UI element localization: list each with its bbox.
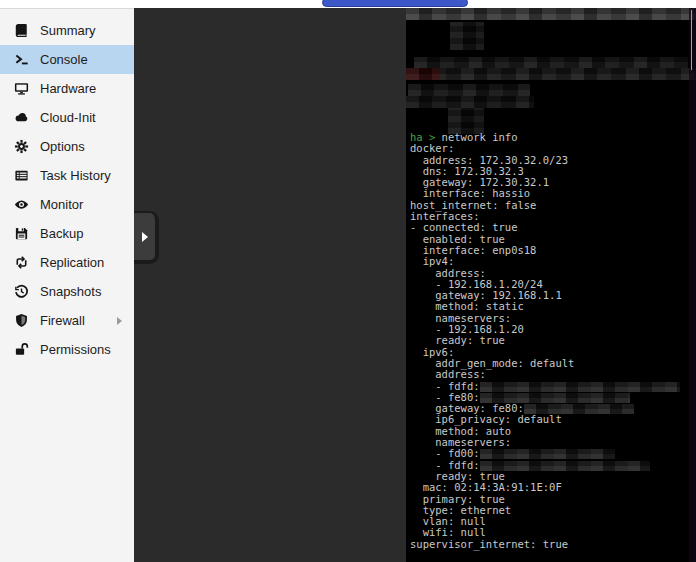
app-window: Summary Console Hardware Cloud-Init Opti… xyxy=(0,0,696,562)
sidebar-item-label: Backup xyxy=(40,226,83,241)
chevron-right-icon xyxy=(117,317,122,325)
terminal-text: - 192.168.1.20 xyxy=(410,323,524,335)
sidebar-collapse-handle[interactable] xyxy=(134,211,159,264)
terminal-text: - fe80: xyxy=(410,391,480,403)
terminal-text: - 192.168.1.20/24 xyxy=(410,278,543,290)
redacted-title-bar xyxy=(406,8,696,20)
terminal-text: vlan: null xyxy=(410,515,486,527)
redacted-block xyxy=(408,84,530,96)
sidebar-item-firewall[interactable]: Firewall xyxy=(0,306,134,335)
sidebar-item-monitor[interactable]: Monitor xyxy=(0,190,134,219)
redacted-block xyxy=(406,96,534,108)
terminal-text: ipv6: xyxy=(410,346,454,358)
terminal-text: addr_gen_mode: default xyxy=(410,357,574,369)
redacted-block xyxy=(414,57,688,68)
sidebar-item-label: Permissions xyxy=(40,342,111,357)
history-icon xyxy=(13,284,30,300)
terminal-text: nameservers: xyxy=(410,312,511,324)
terminal-text: wifi: null xyxy=(410,526,486,538)
terminal-text: address: xyxy=(410,368,486,380)
redacted-text xyxy=(480,461,650,471)
terminal-text: dns: 172.30.32.3 xyxy=(410,165,524,177)
sidebar-item-summary[interactable]: Summary xyxy=(0,16,134,45)
sidebar-item-backup[interactable]: Backup xyxy=(0,219,134,248)
terminal-text: supervisor_internet: true xyxy=(410,538,568,550)
sidebar-item-snapshots[interactable]: Snapshots xyxy=(0,277,134,306)
scrollbar-sliver xyxy=(691,10,692,70)
redacted-text xyxy=(480,382,680,392)
terminal-line: supervisor_internet: true xyxy=(410,539,688,550)
terminal-text: ready: true xyxy=(410,470,505,482)
terminal-text: gateway: 172.30.32.1 xyxy=(410,176,549,188)
gear-icon xyxy=(13,139,30,155)
redacted-block xyxy=(450,22,484,50)
display-icon xyxy=(13,81,30,97)
terminal-prompt: ha > xyxy=(410,131,442,143)
sidebar-item-permissions[interactable]: Permissions xyxy=(0,335,134,364)
terminal-text: ip6_privacy: default xyxy=(410,413,562,425)
unlock-icon xyxy=(13,342,30,358)
console-terminal[interactable]: ha > network infodocker: address: 172.30… xyxy=(406,6,696,562)
terminal-text: method: static xyxy=(410,300,524,312)
sidebar-item-label: Console xyxy=(40,52,88,67)
terminal-text: mac: 02:14:3A:91:1E:0F xyxy=(410,481,562,493)
terminal-text: - fdfd: xyxy=(410,459,480,471)
sidebar-item-label: Replication xyxy=(40,255,104,270)
terminal-text: method: auto xyxy=(410,425,511,437)
sidebar-item-options[interactable]: Options xyxy=(0,132,134,161)
sidebar-item-hardware[interactable]: Hardware xyxy=(0,74,134,103)
redacted-block xyxy=(406,68,696,80)
chevron-right-icon xyxy=(142,232,148,242)
terminal-text: enabled: true xyxy=(410,233,505,245)
list-icon xyxy=(13,168,30,184)
terminal-text: type: ethernet xyxy=(410,504,511,516)
cloud-icon xyxy=(13,110,30,126)
terminal-text: interface: enp0s18 xyxy=(410,244,536,256)
terminal-output: ha > network infodocker: address: 172.30… xyxy=(410,132,688,550)
terminal-text: docker: xyxy=(410,142,454,154)
terminal-text: primary: true xyxy=(410,493,505,505)
sidebar-item-task-history[interactable]: Task History xyxy=(0,161,134,190)
sidebar-item-cloud-init[interactable]: Cloud-Init xyxy=(0,103,134,132)
top-strip xyxy=(0,0,696,8)
sidebar-item-label: Cloud-Init xyxy=(40,110,96,125)
terminal-text: ipv4: xyxy=(410,255,454,267)
eye-icon xyxy=(13,197,30,213)
terminal-text: interfaces: xyxy=(410,210,480,222)
sidebar-item-console[interactable]: Console xyxy=(0,45,134,74)
terminal-text: address: xyxy=(410,267,486,279)
active-tab-indicator[interactable] xyxy=(322,0,468,7)
terminal-text: network info xyxy=(442,131,518,143)
terminal-text: - connected: true xyxy=(410,221,517,233)
sidebar-item-label: Task History xyxy=(40,168,111,183)
terminal-text: - fdfd: xyxy=(410,380,480,392)
shield-icon xyxy=(13,313,30,329)
sidebar: Summary Console Hardware Cloud-Init Opti… xyxy=(0,8,134,562)
terminal-text: gateway: fe80: xyxy=(410,402,524,414)
sidebar-item-label: Monitor xyxy=(40,197,83,212)
book-icon xyxy=(13,23,30,39)
terminal-text: ready: true xyxy=(410,334,505,346)
sidebar-item-label: Options xyxy=(40,139,85,154)
sidebar-item-label: Snapshots xyxy=(40,284,101,299)
terminal-text: host_internet: false xyxy=(410,199,536,211)
terminal-icon xyxy=(13,52,30,68)
window-edge xyxy=(689,8,696,562)
sidebar-item-label: Summary xyxy=(40,23,96,38)
redacted-text xyxy=(480,449,615,459)
floppy-disk-icon xyxy=(13,226,30,242)
sidebar-item-label: Firewall xyxy=(40,313,85,328)
terminal-text: - fd00: xyxy=(410,447,480,459)
replication-arrows-icon xyxy=(13,255,30,271)
sidebar-item-label: Hardware xyxy=(40,81,96,96)
terminal-text: nameservers: xyxy=(410,436,511,448)
terminal-text: gateway: 192.168.1.1 xyxy=(410,289,562,301)
sidebar-item-replication[interactable]: Replication xyxy=(0,248,134,277)
terminal-text: interface: hassio xyxy=(410,187,530,199)
sidebar-nav: Summary Console Hardware Cloud-Init Opti… xyxy=(0,16,134,364)
terminal-text: address: 172.30.32.0/23 xyxy=(410,154,568,166)
redacted-block xyxy=(406,68,440,80)
